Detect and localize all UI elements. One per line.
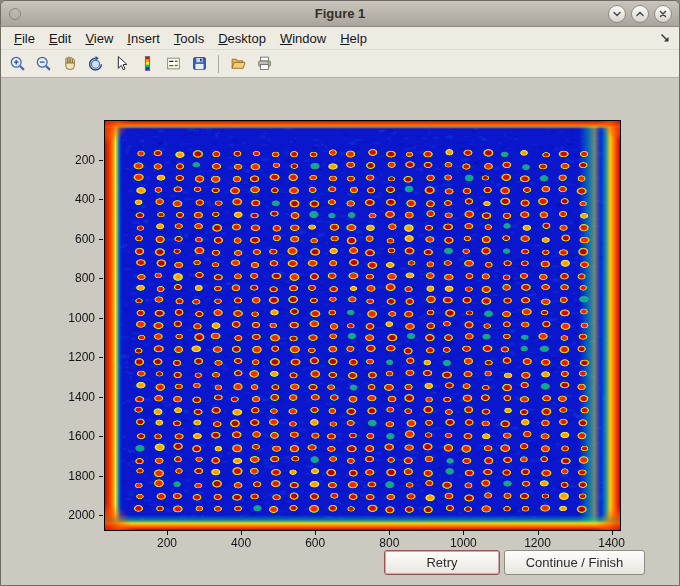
x-tick-label: 1400	[588, 536, 636, 550]
y-tick-mark	[99, 397, 103, 398]
menubar: FileEditViewInsertToolsDesktopWindowHelp	[1, 27, 679, 50]
y-tick-mark	[99, 476, 103, 477]
titlebar[interactable]: Figure 1	[1, 1, 679, 27]
window-title: Figure 1	[1, 6, 679, 21]
y-tick-label: 1600	[53, 429, 95, 443]
x-tick-mark	[612, 531, 613, 535]
dock-arrow-icon	[659, 32, 671, 44]
microarray-canvas[interactable]	[105, 121, 620, 530]
menu-item-view[interactable]: View	[78, 28, 120, 49]
zoom-out-button[interactable]	[31, 52, 55, 75]
data-cursor-icon	[113, 55, 130, 72]
x-tick-label: 1000	[439, 536, 487, 550]
open-file-button[interactable]	[226, 52, 250, 75]
menu-item-tools[interactable]: Tools	[167, 28, 211, 49]
x-tick-label: 200	[143, 536, 191, 550]
data-cursor-button[interactable]	[109, 52, 133, 75]
close-button[interactable]	[654, 5, 672, 23]
menu-item-edit[interactable]: Edit	[42, 28, 78, 49]
window-controls	[608, 5, 672, 23]
y-tick-mark	[99, 239, 103, 240]
insert-legend-button[interactable]	[161, 52, 185, 75]
open-folder-icon	[230, 55, 247, 72]
x-tick-mark	[389, 531, 390, 535]
pan-hand-icon	[61, 55, 78, 72]
pan-button[interactable]	[57, 52, 81, 75]
x-tick-mark	[463, 531, 464, 535]
figure-content: 2004006008001000120014002004006008001000…	[1, 78, 679, 585]
rotate-3d-icon	[87, 55, 104, 72]
menu-item-insert[interactable]: Insert	[120, 28, 167, 49]
x-tick-mark	[538, 531, 539, 535]
print-figure-button[interactable]	[252, 52, 276, 75]
x-tick-label: 800	[365, 536, 413, 550]
zoom-in-button[interactable]	[5, 52, 29, 75]
y-tick-label: 2000	[53, 508, 95, 522]
maximize-button[interactable]	[631, 5, 649, 23]
figure-window: Figure 1 FileEditViewInsertToolsDesktopW…	[0, 0, 680, 586]
menu-item-window[interactable]: Window	[273, 28, 333, 49]
y-tick-mark	[99, 436, 103, 437]
save-icon	[191, 55, 208, 72]
legend-icon	[165, 55, 182, 72]
menu-item-help[interactable]: Help	[333, 28, 374, 49]
y-tick-label: 1000	[53, 311, 95, 325]
y-tick-label: 400	[53, 192, 95, 206]
y-tick-mark	[99, 199, 103, 200]
save-figure-button[interactable]	[187, 52, 211, 75]
y-tick-mark	[99, 318, 103, 319]
x-tick-mark	[241, 531, 242, 535]
plot-area	[104, 120, 621, 531]
y-tick-mark	[99, 160, 103, 161]
y-tick-mark	[99, 515, 103, 516]
y-tick-label: 800	[53, 271, 95, 285]
x-tick-label: 400	[217, 536, 265, 550]
zoom-out-icon	[35, 55, 52, 72]
y-tick-label: 1400	[53, 390, 95, 404]
y-tick-label: 200	[53, 153, 95, 167]
minimize-button[interactable]	[608, 5, 626, 23]
x-tick-mark	[315, 531, 316, 535]
close-icon	[657, 8, 669, 20]
rotate-3d-button[interactable]	[83, 52, 107, 75]
x-tick-label: 1200	[514, 536, 562, 550]
y-tick-label: 1800	[53, 469, 95, 483]
y-tick-mark	[99, 357, 103, 358]
toolbar-separator	[218, 55, 219, 73]
menu-items: FileEditViewInsertToolsDesktopWindowHelp	[7, 28, 374, 49]
figure-toolbar	[1, 50, 679, 78]
menu-item-file[interactable]: File	[7, 28, 42, 49]
chevron-up-icon	[634, 8, 646, 20]
retry-button[interactable]: Retry	[384, 550, 500, 575]
x-tick-mark	[167, 531, 168, 535]
menu-item-desktop[interactable]: Desktop	[211, 28, 273, 49]
y-tick-label: 600	[53, 232, 95, 246]
x-tick-label: 600	[291, 536, 339, 550]
colorbar-icon	[139, 55, 156, 72]
insert-colorbar-button[interactable]	[135, 52, 159, 75]
printer-icon	[256, 55, 273, 72]
chevron-down-icon	[611, 8, 623, 20]
zoom-in-icon	[9, 55, 26, 72]
continue-finish-button[interactable]: Continue / Finish	[504, 550, 645, 575]
y-tick-mark	[99, 278, 103, 279]
dock-figure-button[interactable]	[657, 30, 673, 46]
y-tick-label: 1200	[53, 350, 95, 364]
